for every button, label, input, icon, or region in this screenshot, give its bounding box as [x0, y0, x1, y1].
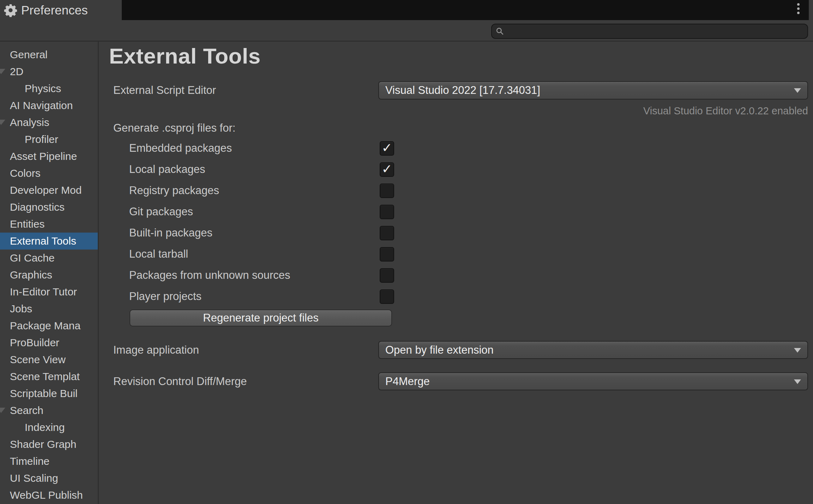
- checkbox[interactable]: [380, 205, 394, 219]
- search-icon: [495, 27, 505, 36]
- sidebar-item-diagnostics[interactable]: Diagnostics: [0, 199, 98, 216]
- sidebar-item-search[interactable]: Search: [0, 402, 98, 419]
- sidebar-item-in-editor-tutor[interactable]: In-Editor Tutor: [0, 283, 98, 300]
- vs-editor-status-text: Visual Studio Editor v2.0.22 enabled: [378, 105, 808, 117]
- sidebar-item-gi-cache[interactable]: GI Cache: [0, 250, 98, 266]
- csproj-options: Embedded packages ✓ Local packages ✓ Reg…: [129, 138, 399, 307]
- image-application-dropdown[interactable]: Open by file extension: [378, 341, 808, 359]
- sidebar-item-asset-pipeline[interactable]: Asset Pipeline: [0, 148, 98, 165]
- search-input[interactable]: [507, 25, 804, 37]
- external-script-editor-dropdown[interactable]: Visual Studio 2022 [17.7.34031]: [378, 81, 808, 100]
- sidebar-item-graphics[interactable]: Graphics: [0, 266, 98, 283]
- sidebar-item-jobs[interactable]: Jobs: [0, 300, 98, 317]
- sidebar-item-2d[interactable]: 2D: [0, 63, 98, 80]
- dropdown-value: Open by file extension: [385, 344, 494, 356]
- checkbox[interactable]: [380, 184, 394, 198]
- csproj-option-packages-from-unknown-sources: Packages from unknown sources: [129, 265, 399, 286]
- titlebar: [122, 0, 809, 20]
- sidebar-item-scriptable-buil[interactable]: Scriptable Buil: [0, 385, 98, 402]
- external-script-editor-label: External Script Editor: [113, 81, 216, 100]
- chevron-down-icon: [794, 348, 801, 353]
- main-panel: External Tools External Script Editor Vi…: [99, 42, 813, 504]
- sidebar-item-physics[interactable]: Physics: [0, 80, 98, 97]
- dropdown-value: P4Merge: [385, 375, 430, 388]
- search-field[interactable]: [491, 24, 808, 39]
- sidebar: General 2D Physics AI Navigation Analysi…: [0, 42, 98, 504]
- sidebar-item-colors[interactable]: Colors: [0, 165, 98, 182]
- sidebar-item-ui-scaling[interactable]: UI Scaling: [0, 470, 98, 487]
- dropdown-value: Visual Studio 2022 [17.7.34031]: [385, 84, 540, 97]
- csproj-option-local-tarball: Local tarball: [129, 244, 399, 265]
- checkmark-icon: ✓: [381, 163, 392, 175]
- checkbox[interactable]: ✓: [380, 141, 394, 156]
- gear-icon: [4, 3, 18, 17]
- sidebar-item-general[interactable]: General: [0, 46, 98, 63]
- sidebar-item-external-tools[interactable]: External Tools: [0, 233, 98, 250]
- chevron-down-icon: [794, 88, 801, 93]
- checkbox[interactable]: [380, 289, 394, 304]
- chevron-down-icon: [794, 379, 801, 384]
- sidebar-item-timeline[interactable]: Timeline: [0, 453, 98, 470]
- csproj-option-player-projects: Player projects: [129, 286, 399, 307]
- csproj-option-embedded-packages: Embedded packages ✓: [129, 138, 399, 159]
- checkbox[interactable]: [380, 247, 394, 262]
- sidebar-item-webgl-publish[interactable]: WebGL Publish: [0, 487, 98, 504]
- sidebar-item-indexing[interactable]: Indexing: [0, 419, 98, 436]
- sidebar-item-entities[interactable]: Entities: [0, 216, 98, 233]
- page-title: External Tools: [109, 45, 261, 67]
- regenerate-project-files-button[interactable]: Regenerate project files: [130, 310, 392, 326]
- generate-csproj-label: Generate .csproj files for:: [113, 120, 235, 136]
- checkbox[interactable]: [380, 226, 394, 240]
- sidebar-item-scene-templat[interactable]: Scene Templat: [0, 368, 98, 385]
- window-edge: [809, 0, 813, 20]
- preferences-window: Preferences General 2D Physics AI Naviga…: [0, 0, 813, 504]
- checkmark-icon: ✓: [381, 142, 392, 154]
- revision-control-label: Revision Control Diff/Merge: [113, 372, 247, 390]
- csproj-option-built-in-packages: Built-in packages: [129, 222, 399, 244]
- sidebar-item-scene-view[interactable]: Scene View: [0, 351, 98, 368]
- tab-title: Preferences: [21, 3, 88, 17]
- foldout-triangle-icon[interactable]: [0, 408, 5, 413]
- image-application-label: Image application: [113, 341, 199, 359]
- tab-preferences[interactable]: Preferences: [0, 0, 122, 20]
- revision-control-dropdown[interactable]: P4Merge: [378, 372, 808, 390]
- checkbox[interactable]: [380, 268, 394, 283]
- foldout-triangle-icon[interactable]: [0, 69, 5, 74]
- sidebar-item-shader-graph[interactable]: Shader Graph: [0, 436, 98, 453]
- csproj-option-git-packages: Git packages: [129, 201, 399, 222]
- sidebar-item-analysis[interactable]: Analysis: [0, 114, 98, 131]
- sidebar-item-ai-navigation[interactable]: AI Navigation: [0, 97, 98, 114]
- sidebar-item-profiler[interactable]: Profiler: [0, 131, 98, 148]
- sidebar-item-probuilder[interactable]: ProBuilder: [0, 334, 98, 351]
- foldout-triangle-icon[interactable]: [0, 120, 5, 125]
- sidebar-item-developer-mod[interactable]: Developer Mod: [0, 182, 98, 199]
- checkbox[interactable]: ✓: [380, 162, 394, 177]
- csproj-option-registry-packages: Registry packages: [129, 180, 399, 201]
- kebab-menu-icon[interactable]: [796, 2, 800, 15]
- csproj-option-local-packages: Local packages ✓: [129, 159, 399, 180]
- sidebar-item-package-mana[interactable]: Package Mana: [0, 317, 98, 334]
